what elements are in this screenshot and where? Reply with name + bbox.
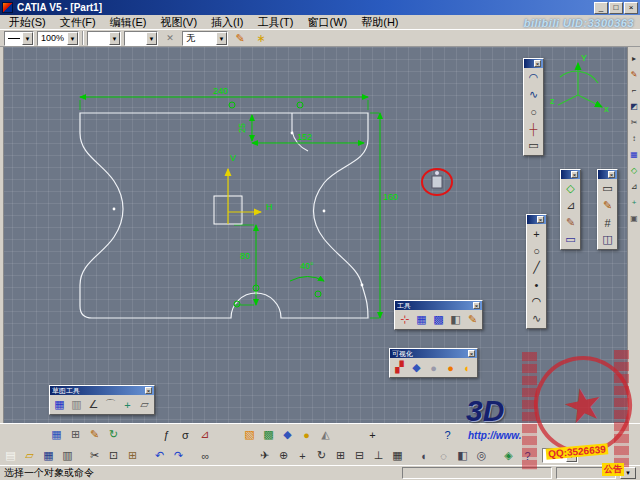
cut-icon[interactable]: ✂ [86,447,103,464]
halfshade-icon[interactable]: ◐ [459,359,476,376]
circle-tool-icon[interactable]: ○ [525,103,542,120]
close-icon[interactable]: × [571,171,578,178]
tools-palette[interactable]: 工具× ⊹▦▩◧✎ [394,300,483,330]
normal-view-icon[interactable]: ⊥ [370,447,387,464]
chevron-down-icon[interactable]: ▼ [566,449,577,462]
edit-icon[interactable]: ✎ [464,311,481,328]
gray-sphere-icon[interactable]: ● [425,359,442,376]
circle-icon[interactable]: ○ [528,242,545,259]
dock-update-icon[interactable]: ↻ [105,426,122,443]
spline-icon[interactable]: ∿ [525,86,542,103]
orange-sphere-icon[interactable]: ● [442,359,459,376]
catalog-icon[interactable]: ◈ [500,447,517,464]
menu-start[interactable]: 开始(S) [2,15,53,29]
redo-icon[interactable]: ↷ [170,447,187,464]
menu-insert[interactable]: 插入(I) [204,15,250,29]
box-icon[interactable]: ▣ [629,213,640,224]
corner-icon[interactable]: ⌐ [629,85,640,96]
link-icon[interactable]: ∞ [197,447,214,464]
menu-edit[interactable]: 编辑(E) [103,15,154,29]
arc2-icon[interactable]: ◠ [528,293,545,310]
profile-palette[interactable]: × ◠∿○┼▭ [523,58,544,156]
menu-window[interactable]: 窗口(W) [301,15,355,29]
paint-icon[interactable]: ▞ [391,359,408,376]
layer-combo[interactable]: ▼ [124,31,158,46]
dimension-labels[interactable]: 240 152 25 160 80 40° H V [213,86,398,271]
dim-middle[interactable]: 80 [240,251,250,261]
dim-angle[interactable]: 40° [300,261,314,271]
dock-sigma-icon[interactable]: σ [177,426,194,443]
menu-view[interactable]: 视图(V) [153,15,204,29]
palette-titlebar[interactable]: 工具× [395,301,482,310]
dim-width[interactable]: 240 [213,86,228,96]
open-icon[interactable]: ▱ [21,447,38,464]
palette-titlebar[interactable]: 可视化× [390,349,477,358]
dock-orange-box-icon[interactable]: ▧ [241,426,258,443]
clear-filter-button[interactable]: ✕ [161,30,179,46]
status-combo[interactable]: ▼ [620,467,636,479]
operation-palette[interactable]: × ▭✎#◫ [597,169,618,250]
rect-tool-icon[interactable]: ▭ [525,137,542,154]
chevron-down-icon[interactable]: ▼ [67,32,78,45]
close-icon[interactable]: × [468,350,475,357]
frame-icon[interactable]: ▭ [562,231,579,248]
close-icon[interactable]: × [145,387,152,394]
plane-icon[interactable]: ▭ [599,180,616,197]
dim-upper[interactable]: 152 [297,132,312,142]
palette-titlebar[interactable]: × [561,170,580,179]
zoom-in-icon[interactable]: ⊞ [332,447,349,464]
curve-icon[interactable]: ∿ [528,310,545,327]
constraint-icon[interactable]: ◇ [562,180,579,197]
zoom-combo[interactable]: 100% ▼ [37,31,79,46]
palette-titlebar[interactable]: × [598,170,617,179]
measure-icon[interactable]: ⊿ [562,197,579,214]
menu-tools[interactable]: 工具(T) [250,15,300,29]
close-icon[interactable]: × [473,302,480,309]
sketch-profile[interactable] [80,113,368,318]
cube-icon[interactable]: ◆ [408,359,425,376]
pan-icon[interactable]: + [294,447,311,464]
paintbrush-button[interactable]: ✎ [231,30,249,46]
shade-icon[interactable]: ◩ [629,101,640,112]
hide-show-icon[interactable]: ◎ [473,447,490,464]
hatch-icon[interactable]: # [599,214,616,231]
add-icon[interactable]: + [629,197,640,208]
material-icon[interactable]: ◧ [454,447,471,464]
axis-system-icon[interactable]: ⊹ [396,311,413,328]
close-icon[interactable]: × [537,216,544,223]
fit-all-icon[interactable]: ⊕ [275,447,292,464]
axis-icon[interactable]: ┼ [525,120,542,137]
close-icon[interactable]: × [534,60,541,67]
trim-icon[interactable]: ✂ [629,117,640,128]
palette-titlebar[interactable]: 草图工具× [50,386,154,395]
zoom-out-icon[interactable]: ⊟ [351,447,368,464]
grid-dots-icon[interactable]: ▩ [430,311,447,328]
grid-icon[interactable]: ▦ [413,311,430,328]
dock-green-box-icon[interactable]: ▩ [260,426,277,443]
dock-prism-icon[interactable]: ◭ [317,426,334,443]
select-icon[interactable]: ▸ [629,53,640,64]
pen-icon[interactable]: ✎ [629,69,640,80]
close-icon[interactable]: × [608,171,615,178]
fly-icon[interactable]: ✈ [256,447,273,464]
dim-step[interactable]: 25 [237,123,247,133]
shaded-icon[interactable]: ◐ [416,447,433,464]
move-icon[interactable]: + [528,225,545,242]
constraint-palette[interactable]: × ◇⊿✎▭ [560,169,581,250]
construction-icon[interactable]: + [119,396,136,413]
dock-diamond-icon[interactable]: ◆ [279,426,296,443]
wizard-button[interactable]: ∗ [252,30,270,46]
menu-help[interactable]: 帮助(H) [354,15,405,29]
save-icon[interactable]: ▦ [40,447,57,464]
point-icon[interactable]: • [528,276,545,293]
print-icon[interactable]: ▥ [59,447,76,464]
color-combo[interactable]: ▼ [87,31,121,46]
minimize-button[interactable]: _ [594,2,608,14]
copy-icon[interactable]: ⊡ [105,447,122,464]
view-icon[interactable]: ◫ [599,231,616,248]
undo-icon[interactable]: ↶ [151,447,168,464]
new-icon[interactable]: ▤ [2,447,19,464]
compass[interactable] [558,63,602,107]
snap-point-icon[interactable]: ▥ [68,396,85,413]
dock-fx-icon[interactable]: ƒ [158,426,175,443]
